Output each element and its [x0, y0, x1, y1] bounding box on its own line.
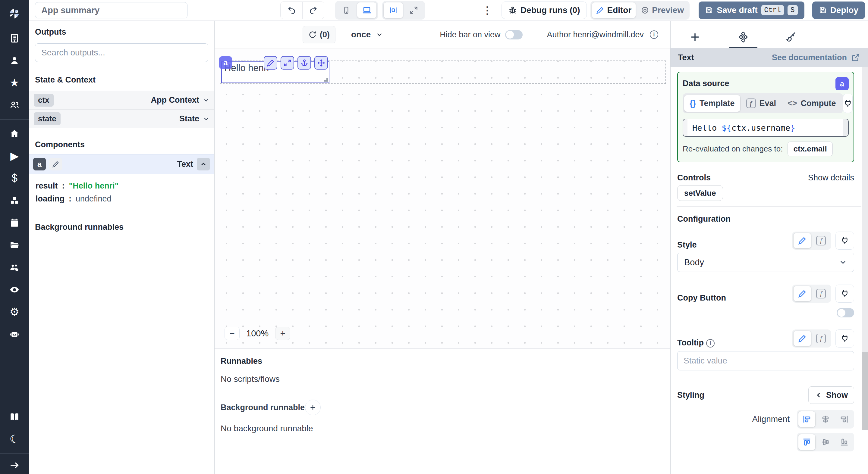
- component-id-badge: a: [219, 56, 232, 69]
- variables-dollar-icon[interactable]: $: [0, 167, 29, 190]
- copy-button-eval-button[interactable]: f: [812, 286, 830, 301]
- deploy-button[interactable]: Deploy: [812, 1, 865, 19]
- save-draft-button[interactable]: Save draft Ctrl S: [699, 1, 804, 19]
- panel-scrollbar[interactable]: [862, 67, 868, 430]
- zoom-out-button[interactable]: −: [224, 327, 240, 340]
- schedules-calendar-icon[interactable]: [0, 212, 29, 234]
- workers-users-gear-icon[interactable]: [0, 256, 29, 278]
- setvalue-chip[interactable]: setValue: [677, 185, 723, 201]
- groups-icon[interactable]: [0, 94, 29, 116]
- component-list-item[interactable]: a Text: [29, 154, 214, 174]
- expand-button[interactable]: [281, 56, 294, 70]
- editor-tab[interactable]: Editor: [592, 2, 636, 18]
- tooltip-static-pencil-button[interactable]: [794, 331, 811, 346]
- move-button[interactable]: [314, 56, 328, 70]
- docs-book-icon[interactable]: [0, 406, 29, 428]
- style-connect-plug-button[interactable]: [835, 232, 854, 250]
- zoom-in-button[interactable]: +: [275, 327, 290, 340]
- insert-component-tab[interactable]: [681, 27, 709, 47]
- redo-button[interactable]: [302, 2, 324, 19]
- undo-button[interactable]: [281, 2, 302, 19]
- global-styling-tab[interactable]: [777, 27, 806, 47]
- edit-pencil-button[interactable]: [264, 56, 277, 70]
- tooltip-eval-button[interactable]: f: [812, 331, 830, 346]
- copy-button-connect-plug-button[interactable]: [835, 284, 854, 303]
- tooltip-static-value-input[interactable]: [677, 351, 854, 370]
- align-center-horizontal-button[interactable]: [817, 411, 834, 427]
- canvas-column: (0) once Hide bar on view Author henri@w…: [215, 21, 670, 474]
- home-icon[interactable]: [0, 123, 29, 145]
- see-documentation-link[interactable]: See documentation: [772, 53, 860, 62]
- style-editor-mode-group: f: [792, 232, 831, 250]
- chevron-down-icon: [839, 258, 847, 267]
- app-summary-input[interactable]: [35, 2, 187, 19]
- rename-pencil-icon[interactable]: [50, 158, 62, 170]
- external-link-icon: [851, 53, 860, 62]
- tooltip-info-icon[interactable]: i: [706, 339, 715, 347]
- refresh-button[interactable]: (0): [303, 26, 336, 43]
- favorites-star-icon[interactable]: ★: [0, 72, 29, 94]
- styling-show-button[interactable]: Show: [808, 386, 854, 404]
- function-icon: f: [746, 99, 756, 108]
- preview-tab[interactable]: Preview: [637, 2, 688, 18]
- refresh-mode-dropdown[interactable]: once: [351, 30, 383, 39]
- folders-icon[interactable]: [0, 234, 29, 256]
- debug-runs-button[interactable]: Debug runs (0): [501, 1, 587, 19]
- centered-layout-button[interactable]: [384, 2, 403, 18]
- preview-label: Preview: [652, 5, 684, 15]
- style-eval-button[interactable]: f: [812, 233, 830, 248]
- more-menu-icon[interactable]: ⋮: [478, 4, 496, 16]
- eval-mode-tab[interactable]: f Eval: [741, 95, 782, 112]
- show-details-link[interactable]: Show details: [808, 173, 854, 182]
- prop-loading[interactable]: loading : undefined: [36, 193, 213, 205]
- style-select[interactable]: Body: [677, 253, 854, 272]
- fullscreen-layout-button[interactable]: [404, 2, 424, 18]
- compute-mode-tab[interactable]: <> Compute: [782, 95, 841, 112]
- scrollbar-thumb[interactable]: [862, 352, 868, 430]
- add-background-runnable-button[interactable]: [305, 400, 321, 415]
- controls-title: Controls: [677, 173, 711, 182]
- ai-robot-icon[interactable]: [0, 323, 29, 345]
- app-canvas[interactable]: Hello henri a: [215, 48, 670, 348]
- align-middle-button[interactable]: [817, 434, 834, 450]
- audit-eye-icon[interactable]: [0, 278, 29, 301]
- anchor-button[interactable]: [298, 56, 311, 70]
- search-outputs-input[interactable]: [35, 43, 208, 62]
- runnables-title: Runnables: [221, 357, 324, 366]
- reeval-dependency-chip[interactable]: ctx.email: [787, 141, 832, 156]
- desktop-view-button[interactable]: [357, 2, 376, 18]
- connect-plug-button[interactable]: [843, 94, 852, 113]
- resources-cubes-icon[interactable]: [0, 190, 29, 212]
- dark-mode-moon-icon[interactable]: ☾: [0, 428, 29, 450]
- info-icon[interactable]: i: [650, 30, 658, 39]
- align-top-button[interactable]: [798, 434, 815, 450]
- align-left-button[interactable]: [798, 411, 815, 427]
- state-row[interactable]: state State: [29, 109, 214, 128]
- resize-handle[interactable]: [324, 78, 328, 81]
- windmill-logo-icon[interactable]: [0, 0, 29, 27]
- runs-play-icon[interactable]: ▶: [0, 145, 29, 167]
- refresh-count: (0): [320, 30, 330, 39]
- align-bottom-button[interactable]: [836, 434, 852, 450]
- component-settings-tab[interactable]: [729, 27, 757, 47]
- tooltip-connect-plug-button[interactable]: [835, 330, 854, 347]
- ctx-row[interactable]: ctx App Context: [29, 91, 214, 109]
- mobile-view-button[interactable]: [337, 2, 356, 18]
- code-scrollbar[interactable]: [843, 119, 848, 136]
- style-static-pencil-button[interactable]: [794, 233, 811, 248]
- template-mode-tab[interactable]: {} Template: [684, 95, 740, 112]
- user-icon[interactable]: [0, 49, 29, 72]
- hide-bar-toggle[interactable]: [505, 30, 523, 39]
- settings-panel-content: Data source a {} Template f: [671, 67, 868, 474]
- template-expression-input[interactable]: Hello ${ctx.username}: [683, 118, 849, 137]
- collapse-arrow-icon[interactable]: [0, 456, 29, 474]
- workspace-icon[interactable]: [0, 27, 29, 49]
- settings-gear-icon[interactable]: ⚙: [0, 301, 29, 323]
- copy-button-toggle[interactable]: [837, 308, 854, 317]
- configuration-title: Configuration: [677, 214, 854, 224]
- align-right-button[interactable]: [836, 411, 852, 427]
- copy-button-static-pencil-button[interactable]: [794, 286, 811, 301]
- prop-result[interactable]: result : "Hello henri": [36, 179, 213, 193]
- collapse-chevron-up-icon[interactable]: [197, 158, 210, 170]
- data-source-mode-tabs: {} Template f Eval <> Compute: [683, 93, 843, 113]
